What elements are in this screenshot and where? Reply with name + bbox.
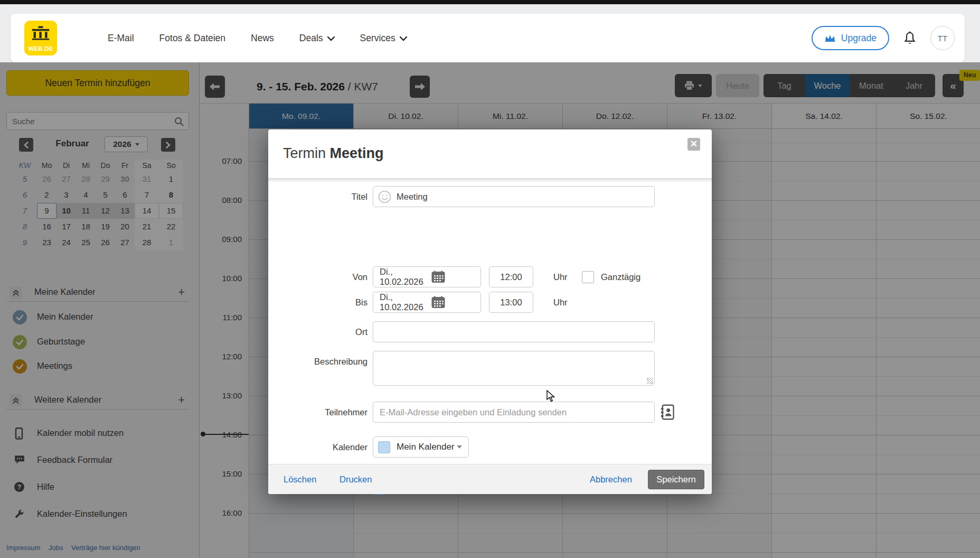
- notifications-bell-icon[interactable]: [903, 31, 917, 45]
- chevron-down-icon: [327, 36, 335, 41]
- kalender-label: Kalender: [268, 436, 368, 458]
- speichern-button[interactable]: Speichern: [648, 470, 704, 489]
- ort-label: Ort: [268, 321, 368, 342]
- dialog-footer: Löschen Drucken Abbrechen Speichern: [268, 464, 712, 494]
- beschreibung-label: Beschreibung: [268, 351, 368, 372]
- nav-item-deals[interactable]: Deals: [299, 33, 335, 44]
- drucken-link[interactable]: Drucken: [340, 464, 372, 495]
- smiley-icon[interactable]: [378, 190, 391, 203]
- bis-time-input[interactable]: 13:00: [489, 292, 533, 313]
- main-navigation: E-Mail Fotos & Dateien News Deals Servic…: [108, 14, 407, 62]
- calendar-icon[interactable]: [431, 296, 477, 309]
- logo-wordmark: WEB.DE: [24, 45, 57, 52]
- beschreibung-textarea[interactable]: [373, 351, 655, 386]
- close-icon[interactable]: ✕: [687, 138, 700, 151]
- calendar-icon[interactable]: [431, 271, 477, 283]
- appointment-dialog: Termin Meeting ✕ Titel Meeting Von Di., …: [268, 129, 712, 494]
- webde-logo[interactable]: WEB.DE: [24, 21, 57, 55]
- loeschen-link[interactable]: Löschen: [284, 464, 316, 495]
- von-label: Von: [268, 266, 368, 287]
- crown-icon: [824, 34, 836, 43]
- kalender-value: Mein Kalender: [397, 442, 457, 452]
- chevron-down-icon: [400, 36, 407, 41]
- calendar-color-swatch: [378, 441, 390, 453]
- abbrechen-link[interactable]: Abbrechen: [590, 464, 632, 495]
- upgrade-button[interactable]: Upgrade: [812, 26, 889, 50]
- titel-input[interactable]: Meeting: [373, 186, 655, 207]
- titel-value: Meeting: [397, 192, 428, 202]
- kalender-dropdown[interactable]: Mein Kalender: [373, 436, 469, 458]
- titel-label: Titel: [268, 186, 368, 207]
- uhr-label: Uhr: [553, 266, 577, 287]
- dialog-header: Termin Meeting ✕: [268, 129, 712, 178]
- nav-item-email[interactable]: E-Mail: [108, 33, 134, 44]
- ort-input[interactable]: [373, 321, 655, 342]
- ganztaegig-checkbox[interactable]: [582, 271, 594, 283]
- bis-label: Bis: [268, 292, 368, 313]
- ganztaegig-label: Ganztägig: [601, 266, 640, 287]
- nav-item-news[interactable]: News: [251, 33, 274, 44]
- user-avatar[interactable]: TT: [930, 26, 955, 50]
- teilnehmer-label: Teilnehmer: [268, 402, 368, 423]
- dialog-body: Titel Meeting Von Di., 10.02.2026 12:00 …: [268, 178, 712, 464]
- resize-handle[interactable]: [647, 378, 653, 384]
- brandenburg-gate-icon: [31, 25, 50, 41]
- dialog-title: Termin Meeting: [283, 145, 384, 162]
- navbar-right-cluster: Upgrade TT: [812, 14, 955, 62]
- dropdown-arrow-icon: [457, 445, 462, 449]
- uhr-label: Uhr: [553, 292, 577, 313]
- teilnehmer-input-box: [373, 402, 655, 423]
- von-date-input[interactable]: Di., 10.02.2026: [373, 266, 481, 287]
- teilnehmer-input[interactable]: [373, 402, 654, 422]
- top-strip: [0, 0, 980, 4]
- nav-item-services[interactable]: Services: [360, 33, 407, 44]
- address-book-icon[interactable]: [660, 404, 675, 422]
- von-time-input[interactable]: 12:00: [489, 266, 533, 287]
- nav-item-fotos-dateien[interactable]: Fotos & Dateien: [159, 33, 225, 44]
- bis-date-input[interactable]: Di., 10.02.2026: [373, 292, 481, 313]
- top-navbar: WEB.DE E-Mail Fotos & Dateien News Deals…: [11, 14, 965, 62]
